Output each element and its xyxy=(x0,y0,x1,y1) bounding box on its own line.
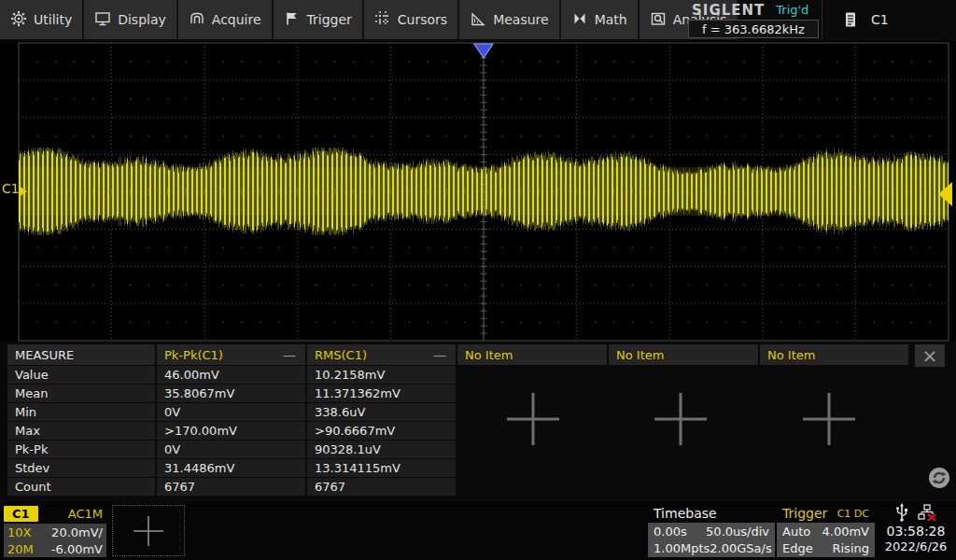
brand-block: SIGLENT Trig'd f = 363.6682kHz xyxy=(688,0,819,41)
channel1-descriptor-box[interactable]: C1 AC1M 10X 20.0mV/ 20M -6.00mV xyxy=(4,504,106,557)
timebase-scale: 50.0us/div xyxy=(706,525,769,539)
trigger-source: C1 DC xyxy=(837,508,869,520)
measure-row-label: Stdev xyxy=(7,459,155,477)
menu-item-measure[interactable]: Measure xyxy=(459,0,561,39)
menu-item-math[interactable]: Math xyxy=(561,0,640,39)
menu-item-label: Math xyxy=(595,12,627,27)
menu-item-cursors[interactable]: Cursors xyxy=(364,0,459,39)
display-icon xyxy=(94,10,111,30)
timebase-delay: 0.00s xyxy=(654,525,687,539)
measure-column-label: No Item xyxy=(465,348,599,362)
measure-row-label: Count xyxy=(7,478,155,496)
channel1-offset: -6.00mV xyxy=(51,542,103,556)
clock-block: 03:58:28 2022/6/26 xyxy=(876,503,956,559)
timebase-title: Timebase xyxy=(654,506,717,521)
measure-column-label: RMS(C1) xyxy=(315,348,431,362)
add-measurement-button[interactable] xyxy=(503,389,563,449)
usb-icon xyxy=(895,503,908,522)
timebase-descriptor-box[interactable]: Timebase 0.00s 50.0us/div 1.00Mpts 2.00G… xyxy=(648,504,775,557)
acquire-icon xyxy=(189,10,205,30)
menu-item-utility[interactable]: Utility xyxy=(0,0,84,39)
trigger-status-badge: Trig'd xyxy=(776,3,808,17)
gear-icon xyxy=(10,10,27,30)
measure-column-header[interactable]: RMS(C1)— xyxy=(307,344,456,365)
measure-value-cell: 338.6uV xyxy=(307,403,456,421)
add-measurement-button[interactable] xyxy=(651,389,710,449)
menu-item-label: Acquire xyxy=(212,12,261,27)
menu-item-display[interactable]: Display xyxy=(84,0,178,39)
timebase-points: 1.00Mpts xyxy=(654,541,710,555)
oscilloscope-screen: UtilityDisplayAcquireTriggerCursorsMeasu… xyxy=(0,0,956,560)
measure-row-label: Min xyxy=(7,403,155,421)
measure-value-cell: 6767 xyxy=(307,478,456,496)
close-measure-panel-button[interactable]: × xyxy=(915,344,945,367)
measure-row-label: Pk-Pk xyxy=(7,441,155,458)
measure-value-cell: 35.8067mV xyxy=(157,385,305,402)
measure-value-cell: 10.2158mV xyxy=(307,366,456,384)
measure-column-header[interactable]: No Item xyxy=(457,344,607,365)
frequency-counter: f = 363.6682kHz xyxy=(688,20,819,38)
add-channel-button[interactable] xyxy=(112,505,185,556)
trigger-type: Edge xyxy=(782,541,813,555)
channel1-scale: 20.0mV/ xyxy=(51,525,103,539)
measure-value-cell: 0V xyxy=(157,441,305,458)
channel1-level-marker[interactable]: C1 xyxy=(2,181,27,196)
gesture-rotate-icon[interactable] xyxy=(928,467,950,489)
channel1-button[interactable]: C1 xyxy=(4,506,38,522)
menu-bar: UtilityDisplayAcquireTriggerCursorsMeasu… xyxy=(0,0,956,41)
measure-row-label: Value xyxy=(7,366,155,384)
measure-panel: MEASURE Pk-Pk(C1)—RMS(C1)—No ItemNo Item… xyxy=(0,342,956,501)
measure-value-cell: 90328.1uV xyxy=(307,441,456,458)
measure-value-cell: >90.6667mV xyxy=(307,422,456,440)
measure-value-cell: 6767 xyxy=(157,478,305,496)
trigger-mode: Auto xyxy=(782,525,810,539)
menu-item-label: Display xyxy=(118,12,166,27)
cursors-icon xyxy=(374,10,391,30)
trigger-level-marker[interactable] xyxy=(938,182,952,206)
measure-icon xyxy=(470,10,486,30)
measure-column-label: No Item xyxy=(616,348,751,362)
menu-item-label: Trigger xyxy=(307,12,352,27)
remove-measurement-button[interactable]: — xyxy=(431,347,448,362)
math-icon xyxy=(571,10,588,30)
channel1-level-label: C1 xyxy=(2,181,20,196)
measure-column-label: No Item xyxy=(767,348,901,362)
trigger-descriptor-box[interactable]: Trigger C1 DC Auto 4.00mV Edge Rising xyxy=(777,504,875,557)
trigger-slope: Rising xyxy=(832,541,869,555)
menu-item-label: Measure xyxy=(493,12,549,27)
measure-panel-title: MEASURE xyxy=(7,344,155,365)
trigger-title: Trigger xyxy=(782,506,827,521)
plus-icon xyxy=(128,511,169,552)
channel-list-indicator[interactable]: C1 xyxy=(822,0,956,39)
measure-value-cell: 0V xyxy=(157,403,305,421)
measure-value-cell: 46.00mV xyxy=(157,366,305,384)
add-measurement-button[interactable] xyxy=(799,389,859,449)
timebase-samplerate: 2.00GSa/s xyxy=(710,541,771,555)
measure-value-cell: 31.4486mV xyxy=(157,459,305,477)
lan-disconnected-icon xyxy=(918,503,936,522)
clock-time: 03:58:28 xyxy=(876,524,956,539)
close-icon: × xyxy=(922,344,938,367)
channel1-bandwidth: 20M xyxy=(7,542,34,556)
menu-item-trigger[interactable]: Trigger xyxy=(274,0,364,39)
menu-items: UtilityDisplayAcquireTriggerCursorsMeasu… xyxy=(0,0,738,39)
measure-column-header[interactable]: No Item xyxy=(760,344,908,365)
channel1-level-arrow-icon xyxy=(21,187,27,196)
trigger-position-marker[interactable] xyxy=(472,43,495,60)
plus-icon xyxy=(651,389,710,449)
measure-row-label: Mean xyxy=(7,385,155,402)
measure-column-header[interactable]: Pk-Pk(C1)— xyxy=(157,344,305,365)
remove-measurement-button[interactable]: — xyxy=(281,347,298,362)
plus-icon xyxy=(799,389,859,449)
plus-icon xyxy=(503,389,563,449)
analysis-icon xyxy=(650,10,667,30)
measure-column-header[interactable]: No Item xyxy=(609,344,758,365)
trigger-level: 4.00mV xyxy=(822,525,869,539)
menu-item-acquire[interactable]: Acquire xyxy=(178,0,274,39)
measure-row-label: Max xyxy=(7,422,155,440)
measure-value-cell: 11.371362mV xyxy=(307,385,456,402)
siglent-logo: SIGLENT xyxy=(688,2,765,19)
measure-value-cell: 13.314115mV xyxy=(307,459,456,477)
menu-item-label: Cursors xyxy=(398,12,447,27)
status-bar: C1 AC1M 10X 20.0mV/ 20M -6.00mV Tim xyxy=(0,501,956,560)
